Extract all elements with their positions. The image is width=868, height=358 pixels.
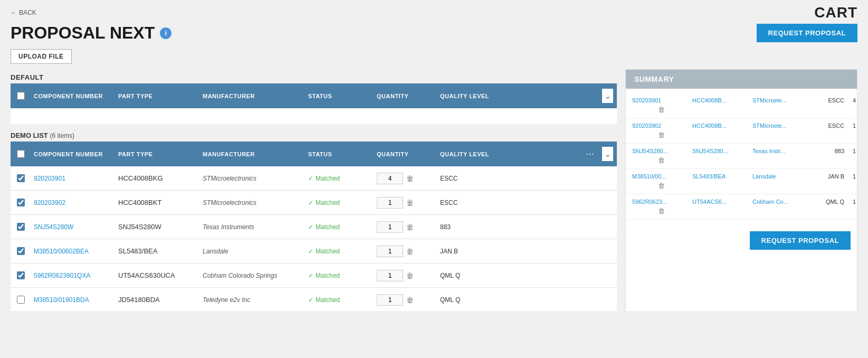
summary-delete-icon-4[interactable]: 🗑 [632, 207, 690, 215]
summary-panel: SUMMARY 920203901 HCC4008B... STMicroele… [625, 69, 857, 312]
row-checkbox-1[interactable] [17, 199, 25, 206]
row-component-link-0[interactable]: 920203901 [34, 175, 65, 182]
demo-select-all-checkbox[interactable] [17, 150, 25, 158]
default-table-header: COMPONENT NUMBER PART TYPE MANUFACTURER … [11, 83, 617, 108]
summary-part-link-2[interactable]: SNJ54S280... [692, 148, 750, 154]
summary-comp-link-3[interactable]: M38510/00... [632, 173, 690, 180]
demo-collapse-button[interactable]: ⌄ [602, 147, 613, 161]
default-select-all-checkbox[interactable] [17, 92, 25, 100]
checkmark-icon-0: ✓ [308, 175, 313, 182]
checkmark-icon-3: ✓ [308, 248, 313, 255]
row-delete-icon-2[interactable]: 🗑 [406, 223, 414, 231]
demo-col-manufacturer: MANUFACTURER [199, 146, 305, 163]
row-component-link-4[interactable]: 5962R0623901QXA [34, 272, 90, 279]
summary-comp-link-1[interactable]: 920203902 [632, 123, 690, 129]
summary-row: 920203902 HCC4008B... STMicroele... ESCC… [626, 118, 857, 144]
summary-quality-0: ESCC [813, 97, 844, 103]
back-arrow-icon: ← [11, 9, 17, 16]
demo-table-row: 920203901 HCC4008BKG STMicroelectronics … [11, 166, 617, 191]
row-component-link-5[interactable]: M38510/01901BDA [34, 296, 89, 304]
row-quantity-input-0[interactable] [377, 173, 403, 184]
row-component-link-3[interactable]: M38510/00602BEA [34, 248, 89, 255]
summary-delete-icon-0[interactable]: 🗑 [632, 106, 690, 114]
row-component-link-1[interactable]: 920203902 [34, 199, 65, 206]
row-quality-4: QML Q [440, 272, 460, 279]
demo-table-row: M38510/01901BDA JD54180BDA Teledyne e2v … [11, 288, 617, 312]
summary-part-link-3[interactable]: SL5483/BEA [692, 173, 750, 180]
summary-comp-link-0[interactable]: 920203901 [632, 97, 690, 103]
default-col-parttype: PART TYPE [115, 88, 199, 105]
row-checkbox-2[interactable] [17, 223, 25, 231]
default-col-quality: QUALITY LEVEL [437, 88, 598, 105]
row-delete-icon-3[interactable]: 🗑 [406, 247, 414, 256]
summary-comp-link-4[interactable]: 5962R0623... [632, 199, 690, 205]
request-proposal-button-top[interactable]: REQUEST PROPOSAL [757, 24, 857, 42]
row-quality-3: JAN B [440, 248, 458, 255]
request-proposal-button-summary[interactable]: REQUEST PROPOSAL [750, 231, 851, 250]
summary-quality-1: ESCC [813, 123, 844, 129]
info-icon[interactable]: i [160, 27, 171, 39]
row-parttype-4: UT54ACS630UCA [118, 271, 175, 279]
demo-col-quality: QUALITY LEVEL [437, 146, 582, 163]
default-col-manufacturer: MANUFACTURER [199, 88, 305, 105]
page-title: PROPOSAL NEXT [11, 23, 155, 43]
row-quality-2: 883 [440, 223, 451, 231]
row-manufacturer-3: Lansdale [203, 248, 228, 255]
default-col-status: STATUS [305, 88, 374, 105]
row-manufacturer-4: Cobham Colorado Springs [203, 272, 277, 279]
row-parttype-0: HCC4008BKG [118, 174, 163, 182]
demo-col-component: COMPONENT NUMBER [31, 146, 115, 163]
summary-delete-icon-2[interactable]: 🗑 [632, 156, 690, 164]
row-quantity-input-5[interactable] [377, 294, 403, 306]
summary-quality-2: 883 [813, 148, 844, 154]
row-quantity-input-1[interactable] [377, 197, 403, 209]
row-checkbox-3[interactable] [17, 247, 25, 255]
summary-mfr-link-4[interactable]: Cobham Co... [752, 199, 810, 205]
summary-delete-icon-3[interactable]: 🗑 [632, 182, 690, 190]
row-component-link-2[interactable]: SNJ54S280W [34, 223, 73, 231]
summary-part-link-1[interactable]: HCC4008B... [692, 123, 750, 129]
row-quantity-input-4[interactable] [377, 270, 403, 281]
row-checkbox-5[interactable] [17, 296, 25, 304]
default-section-title: DEFAULT [11, 69, 617, 83]
summary-qty-3: 1 [846, 173, 862, 180]
summary-part-link-4[interactable]: UT54ACS6... [692, 199, 750, 205]
summary-quality-4: QML Q [813, 199, 844, 205]
row-parttype-1: HCC4008BKT [118, 199, 161, 206]
summary-delete-icon-1[interactable]: 🗑 [632, 131, 690, 139]
default-collapse-button[interactable]: ⌄ [602, 89, 613, 103]
row-delete-icon-4[interactable]: 🗑 [406, 271, 414, 280]
demo-col-quantity: QUANTITY [374, 146, 437, 163]
summary-part-link-0[interactable]: HCC4008B... [692, 97, 750, 103]
summary-qty-1: 1 [846, 123, 862, 129]
upload-file-button[interactable]: UPLOAD FILE [11, 49, 72, 64]
row-delete-icon-1[interactable]: 🗑 [406, 199, 414, 207]
row-status-1: ✓ Matched [308, 199, 370, 206]
default-table: COMPONENT NUMBER PART TYPE MANUFACTURER … [11, 83, 617, 124]
row-parttype-5: JD54180BDA [118, 296, 160, 304]
row-checkbox-4[interactable] [17, 271, 25, 279]
row-delete-icon-5[interactable]: 🗑 [406, 296, 414, 304]
back-link[interactable]: ← BACK [11, 9, 36, 16]
row-parttype-2: SNJ54S280W [118, 223, 161, 231]
summary-row: 920203901 HCC4008B... STMicroele... ESCC… [626, 93, 857, 118]
summary-mfr-link-3[interactable]: Lansdale [752, 173, 810, 180]
checkmark-icon-1: ✓ [308, 199, 313, 206]
row-checkbox-0[interactable] [17, 174, 25, 182]
summary-row: M38510/00... SL5483/BEA Lansdale JAN B 1… [626, 169, 857, 194]
summary-mfr-link-0[interactable]: STMicroele... [752, 97, 810, 103]
demo-col-parttype: PART TYPE [115, 146, 199, 163]
summary-mfr-link-1[interactable]: STMicroele... [752, 123, 810, 129]
demo-list-title: DEMO LIST (6 items) [11, 124, 617, 142]
row-status-5: ✓ Matched [308, 296, 370, 304]
default-empty-row [11, 108, 617, 124]
summary-mfr-link-2[interactable]: Texas Instr... [752, 148, 810, 154]
demo-table-row: 920203902 HCC4008BKT STMicroelectronics … [11, 191, 617, 215]
demo-more-options-button[interactable]: ⋯ [586, 149, 595, 159]
summary-comp-link-2[interactable]: SNJ54S280... [632, 148, 690, 154]
row-delete-icon-0[interactable]: 🗑 [406, 174, 414, 183]
row-quantity-input-3[interactable] [377, 246, 403, 257]
summary-qty-2: 1 [846, 148, 862, 154]
row-quantity-input-2[interactable] [377, 221, 403, 233]
default-col-component: COMPONENT NUMBER [31, 88, 115, 105]
